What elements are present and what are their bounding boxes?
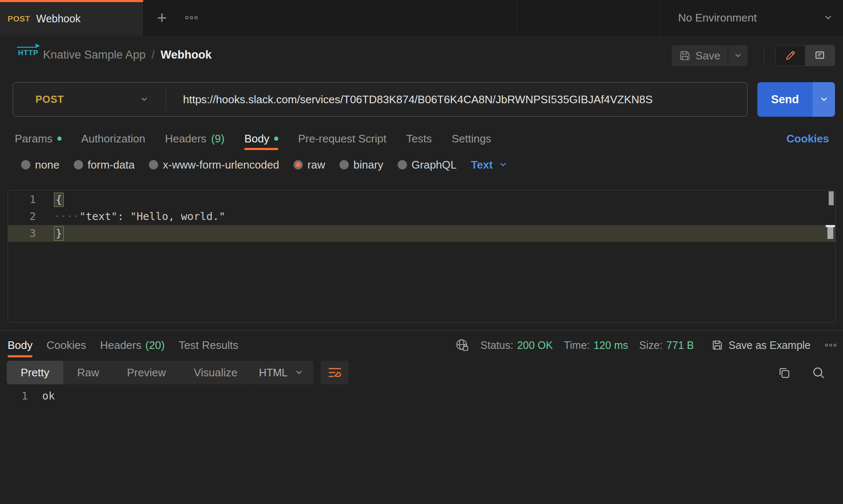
tab-label: Pre-request Script — [298, 132, 387, 145]
radio-graphql[interactable]: GraphQL — [398, 158, 457, 172]
chevron-down-icon — [140, 95, 149, 104]
radio-label: form-data — [88, 158, 135, 172]
radio-x-www-form-urlencoded[interactable]: x-www-form-urlencoded — [149, 158, 279, 172]
radio-form-data[interactable]: form-data — [74, 158, 135, 172]
request-tab-webhook[interactable]: POST Webhook — [0, 0, 143, 35]
response-format-selector[interactable]: HTML — [250, 361, 313, 384]
view-tab-raw[interactable]: Raw — [63, 361, 113, 384]
status-label: Status: — [480, 339, 513, 351]
chevron-down-icon — [733, 51, 743, 61]
time-pair: Time: 120 ms — [564, 339, 628, 351]
raw-language-selector[interactable]: Text — [471, 158, 509, 172]
breadcrumb-request-name[interactable]: Webhook — [161, 48, 212, 62]
save-as-example-label: Save as Example — [728, 339, 811, 351]
save-button[interactable]: Save — [672, 45, 727, 66]
send-button[interactable]: Send — [757, 82, 813, 117]
breadcrumb: Knative Sample App / Webhook — [43, 40, 212, 69]
tab-headers[interactable]: Headers (9) — [165, 127, 224, 150]
format-label: HTML — [259, 367, 288, 379]
editor-lines: 1 { 2 ····"text": "Hello, world." 3 } — [8, 190, 835, 242]
tab-label: Body — [8, 339, 32, 352]
size-label: Size: — [639, 339, 663, 351]
radio-binary[interactable]: binary — [339, 158, 383, 172]
radio-icon — [149, 160, 158, 169]
pane-toggle-group — [775, 45, 835, 66]
cookies-link[interactable]: Cookies — [786, 127, 829, 150]
tab-label: Tests — [406, 132, 432, 145]
wrap-lines-button[interactable] — [321, 361, 349, 384]
code-text: ····"text": "Hello, world." — [54, 208, 225, 225]
radio-none[interactable]: none — [21, 158, 59, 172]
request-body-editor[interactable]: 1 { 2 ····"text": "Hello, world." 3 } — [8, 190, 836, 323]
copy-icon — [777, 366, 792, 380]
view-tab-preview[interactable]: Preview — [113, 361, 180, 384]
tab-params[interactable]: Params — [15, 127, 62, 150]
code-line-3-active[interactable]: 3 } — [8, 225, 835, 242]
save-icon — [711, 339, 723, 351]
request-tabs: Params Authorization Headers (9) Body Pr… — [15, 127, 491, 150]
body-type-row: none form-data x-www-form-urlencoded raw… — [21, 155, 508, 174]
bracket-highlight: } — [54, 226, 64, 241]
send-options-button[interactable] — [813, 82, 835, 117]
tab-body[interactable]: Body — [244, 127, 278, 150]
save-icon — [679, 50, 691, 62]
body-dot-indicator — [274, 137, 278, 141]
tab-title: Webhook — [36, 13, 81, 25]
http-arrow-icon — [16, 43, 40, 48]
method-selector[interactable]: POST — [13, 94, 166, 105]
wrap-text-icon — [328, 366, 342, 379]
whitespace-dots: ···· — [54, 210, 79, 223]
radio-icon — [21, 160, 30, 169]
editor-scrollbar[interactable] — [829, 191, 834, 205]
tabbar-divider — [517, 0, 517, 35]
tab-authorization[interactable]: Authorization — [81, 127, 145, 150]
params-dot-indicator — [57, 137, 62, 141]
line-number: 1 — [8, 191, 36, 208]
view-tab-pretty[interactable]: Pretty — [7, 361, 63, 384]
tab-options-button[interactable] — [181, 8, 202, 27]
response-meta-bar: Status: 200 OK Time: 120 ms Size: 771 B … — [455, 332, 838, 358]
response-options-button[interactable] — [825, 343, 838, 347]
header-divider — [764, 48, 765, 64]
comments-button[interactable] — [805, 46, 835, 66]
new-tab-button[interactable]: + — [152, 8, 172, 28]
code-line-1[interactable]: 1 { — [8, 191, 835, 208]
view-tab-visualize[interactable]: Visualize — [180, 361, 251, 384]
chevron-down-icon — [823, 12, 834, 23]
request-url-bar: POST https://hooks.slack.com/services/T0… — [13, 82, 748, 117]
environment-selector[interactable]: No Environment — [660, 0, 843, 35]
save-options-button[interactable] — [728, 45, 748, 66]
tab-label: Test Results — [179, 339, 239, 352]
comment-icon — [814, 50, 826, 62]
tab-settings[interactable]: Settings — [452, 127, 491, 150]
tab-pre-request-script[interactable]: Pre-request Script — [298, 127, 387, 150]
response-tabs: Body Cookies Headers (20) Test Results — [8, 332, 238, 358]
radio-icon — [398, 160, 407, 169]
url-input[interactable]: https://hooks.slack.com/services/T06TD83… — [183, 93, 653, 106]
status-pair: Status: 200 OK — [480, 339, 553, 351]
environment-label: No Environment — [678, 11, 757, 24]
copy-response-button[interactable] — [777, 366, 792, 382]
response-tab-headers[interactable]: Headers (20) — [100, 332, 165, 358]
network-info-icon[interactable] — [455, 338, 469, 352]
tab-label: Headers — [165, 132, 206, 145]
search-icon — [811, 366, 826, 380]
radio-raw[interactable]: raw — [294, 158, 325, 172]
time-label: Time: — [564, 339, 590, 351]
save-as-example-button[interactable]: Save as Example — [711, 339, 811, 351]
code-text: { — [54, 191, 64, 208]
code-line-2[interactable]: 2 ····"text": "Hello, world." — [8, 208, 835, 225]
response-headers-count: (20) — [145, 339, 164, 352]
edit-request-button[interactable] — [776, 46, 805, 66]
save-label: Save — [695, 49, 720, 62]
search-response-button[interactable] — [811, 366, 826, 382]
response-tab-cookies[interactable]: Cookies — [46, 332, 86, 358]
time-value: 120 ms — [594, 339, 628, 351]
response-view-tabs: Pretty Raw Preview Visualize — [7, 361, 251, 384]
breadcrumb-collection[interactable]: Knative Sample App — [43, 48, 145, 62]
tab-tests[interactable]: Tests — [406, 127, 432, 150]
radio-label: GraphQL — [412, 158, 457, 172]
response-tab-body[interactable]: Body — [8, 332, 32, 358]
response-tab-test-results[interactable]: Test Results — [179, 332, 239, 358]
tab-label: Cookies — [46, 339, 86, 352]
